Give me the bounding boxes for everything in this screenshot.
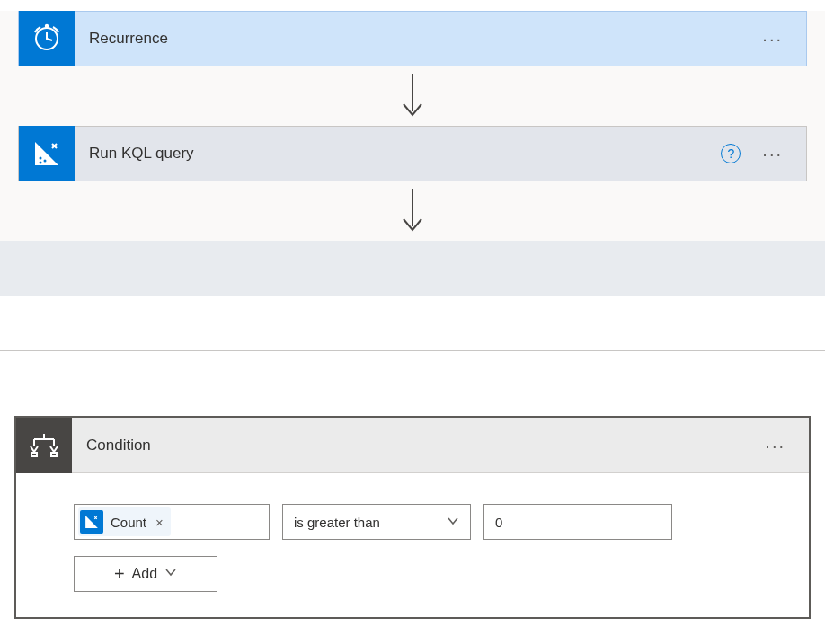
step-card-recurrence[interactable]: Recurrence ··· [18,11,807,66]
svg-rect-6 [31,453,37,456]
dynamic-content-token[interactable]: Count × [78,507,171,536]
step-card-run-kql-query[interactable]: Run KQL query ? ··· [18,126,807,181]
azure-data-explorer-icon [19,126,75,181]
drop-zone-band[interactable] [0,241,825,296]
step-card-condition: Condition ··· Count × [14,416,811,619]
arrow-connector [18,66,807,126]
token-remove-icon[interactable]: × [155,515,164,530]
svg-point-4 [44,160,47,163]
condition-title: Condition [86,437,765,454]
chevron-down-icon [164,566,177,582]
condition-left-operand-field[interactable]: Count × [74,504,270,540]
condition-right-operand-field[interactable]: 0 [483,504,672,540]
arrow-connector [18,181,807,241]
ellipsis-icon[interactable]: ··· [765,437,785,454]
condition-header[interactable]: Condition ··· [16,418,809,473]
step-title: Recurrence [89,30,762,48]
help-icon[interactable]: ? [721,144,741,163]
token-label: Count [111,515,146,530]
ellipsis-icon[interactable]: ··· [762,30,783,48]
clock-icon [19,11,75,66]
add-condition-button[interactable]: + Add [74,556,217,592]
value-text: 0 [495,515,502,530]
operator-label: is greater than [294,515,380,530]
ellipsis-icon[interactable]: ··· [762,145,783,163]
svg-point-5 [40,162,42,164]
condition-icon [16,418,72,473]
chevron-down-icon [447,515,459,530]
svg-point-1 [46,25,48,27]
azure-data-explorer-icon [80,510,103,534]
step-title: Run KQL query [89,145,721,163]
svg-rect-7 [51,453,57,456]
svg-point-3 [40,157,42,160]
condition-operator-select[interactable]: is greater than [282,504,471,540]
plus-icon: + [114,565,125,583]
condition-expression-row: Count × is greater than 0 [74,504,751,540]
add-button-label: Add [132,566,157,582]
